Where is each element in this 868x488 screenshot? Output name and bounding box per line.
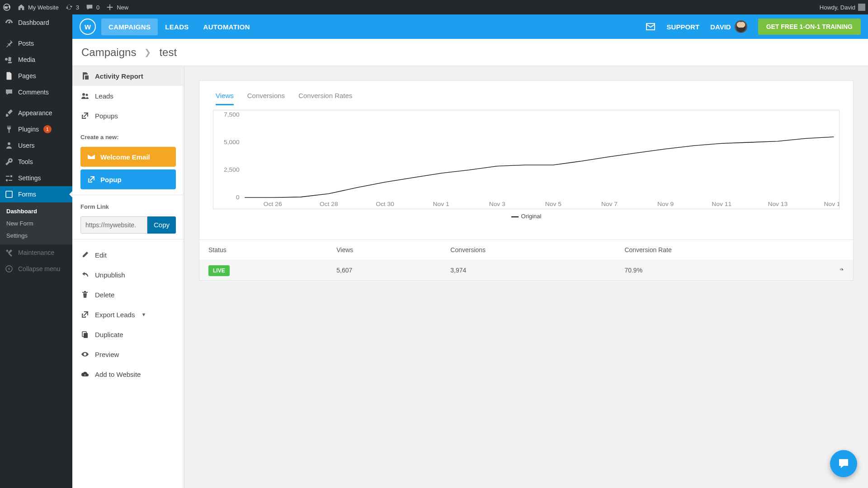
wp-new[interactable]: New [106,3,128,11]
svg-text:Nov 5: Nov 5 [545,201,561,207]
svg-text:Oct 28: Oct 28 [320,201,338,207]
chart-legend: Original [213,209,840,221]
views-chart: 02,5005,0007,500Oct 26Oct 28Oct 30Nov 1N… [213,110,840,209]
chevron-right-icon: ❯ [144,47,151,57]
action-edit[interactable]: Edit [72,245,184,265]
tab-leads[interactable]: LEADS [158,19,196,35]
trash-icon [80,290,90,299]
external-icon [80,310,90,319]
wp-howdy[interactable]: Howdy, David [820,4,865,11]
action-add-to-website[interactable]: Add to Website [72,364,184,384]
support-link[interactable]: SUPPORT [667,23,700,31]
svg-text:Nov 1: Nov 1 [433,201,449,207]
col-rate: Conversion Rate [615,240,829,260]
action-export-leads[interactable]: Export Leads▼ [72,305,184,324]
tab-automation[interactable]: AUTOMATION [196,19,257,35]
panel-popups[interactable]: Popups [72,106,184,126]
svg-text:Nov 13: Nov 13 [768,201,788,207]
svg-text:Nov 3: Nov 3 [489,201,505,207]
panel-leads[interactable]: Leads [72,86,184,106]
report-card: Views Conversions Conversion Rates 02,50… [199,80,854,281]
cloud-icon [80,370,90,379]
svg-text:Nov 7: Nov 7 [601,201,618,207]
wp-updates[interactable]: 3 [65,3,79,11]
chart-tab-views[interactable]: Views [216,92,234,105]
svg-text:7,500: 7,500 [224,112,240,118]
panel-activity-report[interactable]: Activity Report [72,66,184,86]
cell-rate: 70.9% [615,260,829,280]
col-conversions: Conversions [441,240,615,260]
svg-text:5,000: 5,000 [224,139,240,145]
pencil-icon [80,250,90,259]
crumb-root[interactable]: Campaigns [81,46,136,59]
eye-icon [80,350,90,359]
create-welcome-email-button[interactable]: Welcome Email [80,147,176,167]
plugin-logo[interactable]: w [80,19,96,35]
menu-forms[interactable]: Forms [0,186,72,202]
tab-campaigns[interactable]: CAMPAIGNS [101,19,158,35]
menu-collapse[interactable]: Collapse menu [0,261,72,277]
cta-training-button[interactable]: GET FREE 1-ON-1 TRAINING [758,19,861,35]
wp-admin-bar: My Website 3 0 New Howdy, David [0,0,868,14]
cell-views: 5,607 [327,260,441,280]
create-new-label: Create a new: [72,126,184,144]
action-duplicate[interactable]: Duplicate [72,324,184,344]
svg-text:Oct 30: Oct 30 [376,201,394,207]
action-unpublish[interactable]: Unpublish [72,265,184,285]
copy-button[interactable]: Copy [147,216,176,234]
duplicate-icon [80,330,90,339]
report-icon [80,71,90,80]
plugin-top-bar: w CAMPAIGNS LEADS AUTOMATION SUPPORT DAV… [72,14,868,39]
stats-table: Status Views Conversions Conversion Rate… [199,239,853,280]
breadcrumb: Campaigns ❯ test [72,39,868,66]
cell-conversions: 3,974 [441,260,615,280]
action-preview[interactable]: Preview [72,344,184,364]
wp-site-link[interactable]: My Website [17,3,59,11]
site-name: My Website [28,4,59,11]
crumb-leaf: test [159,46,177,59]
status-badge: LIVE [208,265,230,276]
plugins-badge: 1 [43,125,52,133]
dashboard-main: Views Conversions Conversion Rates 02,50… [184,66,868,488]
mail-icon[interactable] [645,21,656,32]
chat-icon [837,457,850,470]
intercom-launcher[interactable] [830,450,857,477]
wp-comments[interactable]: 0 [85,3,99,11]
avatar-icon [858,4,865,11]
svg-text:0: 0 [236,194,240,201]
create-popup-button[interactable]: Popup [80,169,176,189]
form-link-label: Form Link [72,201,184,214]
user-menu[interactable]: DAVID [710,20,747,33]
svg-text:2,500: 2,500 [224,167,240,173]
external-icon [80,111,90,120]
campaign-side-panel: Activity Report Leads Popups Create a ne… [72,66,184,488]
table-row: LIVE 5,607 3,974 70.9% [199,260,853,280]
col-status: Status [199,240,327,260]
undo-icon [80,270,90,279]
users-icon [80,91,90,100]
svg-text:Nov 11: Nov 11 [712,201,731,207]
caret-down-icon: ▼ [141,312,146,317]
external-icon [87,175,96,184]
gear-icon[interactable] [838,266,844,272]
svg-text:Nov 15: Nov 15 [824,201,839,207]
user-avatar-icon [735,20,747,33]
action-delete[interactable]: Delete [72,285,184,305]
svg-text:Oct 26: Oct 26 [264,201,282,207]
col-views: Views [327,240,441,260]
mail-icon [87,152,96,161]
chart-tabs: Views Conversions Conversion Rates [199,81,853,105]
svg-text:Nov 9: Nov 9 [657,201,674,207]
wp-sidebar: Dashboard Posts Media Pages Comments App… [0,14,72,488]
form-link-input[interactable] [80,216,147,234]
chart-tab-conversions[interactable]: Conversions [247,92,285,105]
chart-tab-rates[interactable]: Conversion Rates [298,92,352,105]
